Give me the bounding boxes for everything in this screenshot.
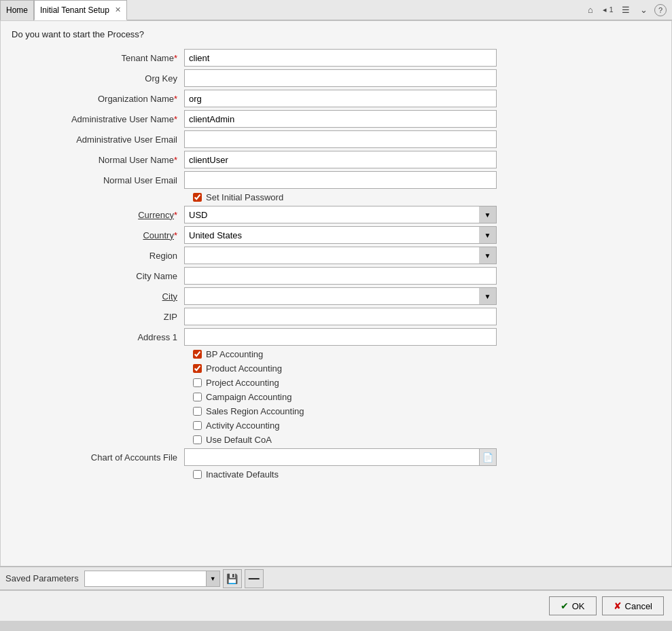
tenant-name-label: Tenant Name* [1,53,184,63]
admin-user-email-label: Administrative User Email [1,134,184,145]
inactivate-defaults-checkbox[interactable] [193,470,202,479]
set-initial-password-row: Set Initial Password [1,190,671,204]
country-select-wrapper: United States ▼ [184,226,497,244]
currency-label: Currency* [1,210,184,220]
chart-of-accounts-control: 📄 [184,448,497,466]
currency-row: Currency* USD ▼ [1,204,671,225]
currency-select[interactable]: USD [184,206,497,223]
ok-icon: ✔ [561,600,569,611]
campaign-accounting-row: Campaign Accounting [1,390,671,404]
zip-control [184,308,497,325]
org-key-control [184,69,497,87]
admin-user-name-label: Administrative User Name* [1,114,184,124]
activity-accounting-checkbox[interactable] [193,421,202,430]
zip-row: ZIP [1,306,671,327]
bp-accounting-label: BP Accounting [206,349,263,359]
sales-region-accounting-checkbox[interactable] [193,407,202,416]
admin-user-email-input[interactable] [184,130,497,148]
admin-user-name-input[interactable] [184,110,497,128]
admin-user-name-control [184,110,497,128]
inactivate-defaults-row: Inactivate Defaults [1,467,671,482]
ok-button[interactable]: ✔ OK [549,596,597,615]
tab-home[interactable]: Home [0,0,34,20]
zip-input[interactable] [184,308,497,325]
org-key-row: Org Key [1,68,671,88]
tab-active-label: Initial Tenant Setup [40,5,109,15]
admin-user-name-row: Administrative User Name* [1,109,671,129]
address1-input[interactable] [184,328,497,346]
saved-params-bar: Saved Parameters ▼ 💾 — [0,566,672,590]
currency-select-wrapper: USD ▼ [184,206,497,223]
save-params-button[interactable]: 💾 [223,569,242,588]
bp-accounting-row: BP Accounting [1,347,671,361]
org-key-label: Org Key [1,73,184,84]
normal-user-name-input[interactable] [184,151,497,168]
bp-accounting-checkbox[interactable] [193,350,202,359]
expand-icon[interactable]: ⌄ [637,3,650,17]
city-control: ▼ [184,287,497,305]
use-default-coa-checkbox[interactable] [193,435,202,444]
normal-user-name-row: Normal User Name* [1,149,671,170]
campaign-accounting-checkbox[interactable] [193,393,202,401]
city-row: City ▼ [1,286,671,306]
org-name-label: Organization Name* [1,94,184,104]
project-accounting-checkbox[interactable] [193,378,202,387]
region-control: ▼ [184,247,497,264]
tenant-name-input[interactable] [184,49,497,67]
help-icon[interactable]: ? [654,4,667,16]
chart-of-accounts-row: Chart of Accounts File 📄 [1,447,671,467]
org-key-input[interactable] [184,69,497,87]
country-select[interactable]: United States [184,226,497,244]
set-initial-password-checkbox[interactable] [193,193,202,202]
chart-of-accounts-file-button[interactable]: 📄 [479,448,497,466]
normal-user-name-control [184,151,497,168]
tenant-name-row: Tenant Name* [1,48,671,68]
title-bar-icons: ⌂ ◂ 1 ☰ ⌄ ? [584,3,672,17]
project-accounting-row: Project Accounting [1,376,671,390]
country-label: Country* [1,230,184,240]
action-bar: ✔ OK ✘ Cancel [0,590,672,621]
cancel-label: Cancel [625,601,652,611]
use-default-coa-label: Use Default CoA [206,435,272,445]
city-name-input[interactable] [184,267,497,285]
region-select[interactable] [184,247,497,264]
chart-of-accounts-input[interactable] [184,448,479,466]
normal-user-name-label: Normal User Name* [1,155,184,165]
city-select-wrapper: ▼ [184,287,497,305]
main-content: Do you want to start the Process? Tenant… [0,20,672,566]
city-select[interactable] [184,287,497,305]
home-icon[interactable]: ⌂ [584,3,597,17]
cancel-button[interactable]: ✘ Cancel [602,596,664,615]
zip-label: ZIP [1,312,184,322]
saved-params-dropdown-arrow[interactable]: ▼ [207,571,220,587]
saved-params-select[interactable] [84,571,207,587]
address1-row: Address 1 [1,327,671,347]
country-row: Country* United States ▼ [1,225,671,245]
tab-initial-tenant-setup[interactable]: Initial Tenant Setup ✕ [34,0,127,20]
menu-icon[interactable]: ☰ [619,3,633,17]
set-initial-password-label: Set Initial Password [206,192,283,202]
sales-region-accounting-row: Sales Region Accounting [1,404,671,418]
tab-close-icon[interactable]: ✕ [115,5,121,14]
activity-accounting-row: Activity Accounting [1,418,671,433]
back-count-icon[interactable]: ◂ 1 [601,3,615,17]
activity-accounting-label: Activity Accounting [206,420,279,431]
chart-of-accounts-file-wrapper: 📄 [184,448,497,466]
product-accounting-checkbox[interactable] [193,364,202,373]
address1-label: Address 1 [1,332,184,342]
delete-params-button[interactable]: — [245,569,264,588]
org-name-control [184,90,497,107]
org-name-input[interactable] [184,90,497,107]
tab-home-label: Home [6,5,28,15]
chart-of-accounts-label: Chart of Accounts File [1,452,184,463]
cancel-icon: ✘ [614,600,622,611]
admin-user-email-row: Administrative User Email [1,129,671,149]
org-name-row: Organization Name* [1,88,671,109]
product-accounting-label: Product Accounting [206,363,282,374]
currency-control: USD ▼ [184,206,497,223]
saved-params-label: Saved Parameters [5,573,79,583]
normal-user-email-input[interactable] [184,171,497,189]
admin-user-email-control [184,130,497,148]
tenant-name-control [184,49,497,67]
use-default-coa-row: Use Default CoA [1,433,671,447]
